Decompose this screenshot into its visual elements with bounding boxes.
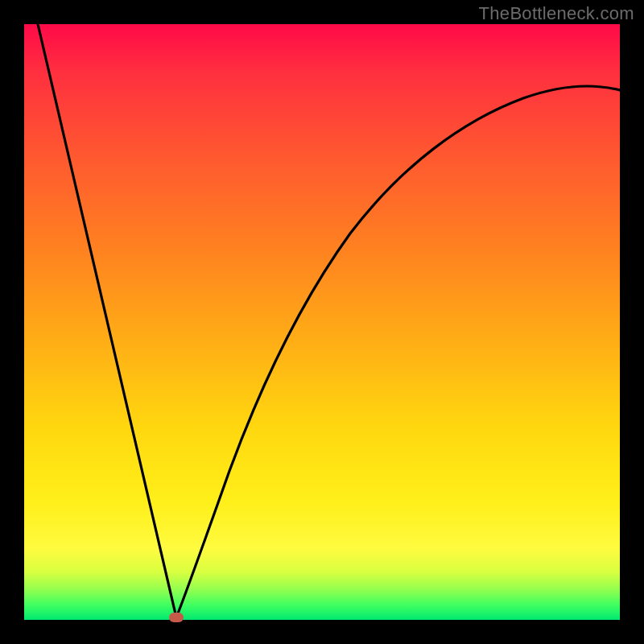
watermark-text: TheBottleneck.com — [479, 3, 634, 24]
curve-path — [38, 24, 620, 617]
bottleneck-curve — [24, 24, 620, 620]
optimal-point-marker — [169, 613, 184, 622]
plot-area — [24, 24, 620, 620]
chart-frame: TheBottleneck.com — [0, 0, 644, 644]
